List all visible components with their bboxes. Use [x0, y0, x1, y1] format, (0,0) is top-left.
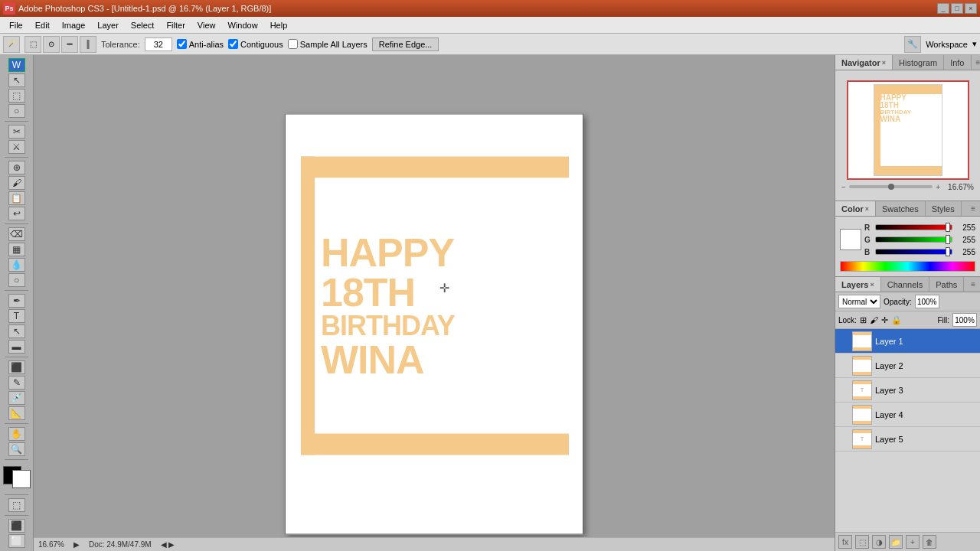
menu-select[interactable]: Select [125, 19, 161, 31]
tab-color[interactable]: Color × [835, 201, 876, 216]
layer-fx-btn[interactable]: fx [838, 535, 852, 549]
ellipse-select-btn[interactable]: ⊙ [43, 36, 60, 53]
menu-file[interactable]: File [3, 19, 29, 31]
zoom-slider[interactable] [849, 185, 933, 188]
r-thumb[interactable] [946, 223, 950, 232]
menu-window[interactable]: Window [222, 19, 264, 31]
layer-1-visibility[interactable] [838, 336, 849, 347]
zoom-thumb[interactable] [888, 184, 894, 190]
layer-4-visibility[interactable] [838, 409, 849, 420]
tab-swatches[interactable]: Swatches [876, 201, 926, 216]
tool-brush[interactable]: 🖌 [8, 176, 25, 190]
tool-slice[interactable]: ⚔ [8, 140, 25, 154]
tab-channels[interactable]: Channels [881, 277, 929, 292]
window-controls[interactable]: _ □ × [937, 3, 977, 14]
menu-view[interactable]: View [191, 19, 222, 31]
layers-panel-menu[interactable]: ≡ [966, 279, 980, 290]
restore-btn[interactable]: □ [951, 3, 963, 14]
color-close[interactable]: × [865, 205, 869, 213]
layer-5-visibility[interactable] [838, 434, 849, 445]
menu-help[interactable]: Help [264, 19, 294, 31]
fill-input[interactable] [952, 313, 977, 327]
close-btn[interactable]: × [965, 3, 977, 14]
zoom-out-icon[interactable]: − [841, 183, 846, 191]
layer-3-visibility[interactable] [838, 385, 849, 396]
tab-layers[interactable]: Layers × [835, 277, 881, 292]
blend-mode-select[interactable]: Normal [838, 295, 880, 308]
tool-annotations[interactable]: ✎ [8, 376, 25, 390]
tool-magic-wand[interactable]: W [8, 58, 25, 72]
tolerance-input[interactable] [145, 37, 172, 51]
lock-image-icon[interactable]: 🖌 [870, 315, 878, 324]
tool-crop[interactable]: ✂ [8, 125, 25, 139]
fg-swatch[interactable] [840, 229, 861, 250]
tool-marquee[interactable]: ⬚ [8, 89, 25, 103]
tab-navigator[interactable]: Navigator × [835, 55, 893, 70]
lock-transparent-icon[interactable]: ⊞ [860, 315, 867, 325]
tool-history-brush[interactable]: ↩ [8, 207, 25, 220]
tool-screen-mode[interactable]: ⬛ [8, 519, 25, 533]
delete-layer-btn[interactable]: 🗑 [923, 535, 936, 549]
tool-gradient[interactable]: ▦ [8, 243, 25, 256]
menu-image[interactable]: Image [56, 19, 92, 31]
layer-group-btn[interactable]: 📁 [889, 535, 903, 549]
layers-close[interactable]: × [870, 281, 874, 289]
tool-stamp[interactable]: 📋 [8, 191, 25, 205]
background-color[interactable] [12, 470, 31, 488]
layer-row-5[interactable]: T Layer 5 [835, 427, 980, 452]
tool-eraser[interactable]: ⌫ [8, 227, 25, 241]
add-mask-btn[interactable]: ⬚ [855, 535, 869, 549]
tool-eyedropper[interactable]: 💉 [8, 391, 25, 405]
menu-layer[interactable]: Layer [91, 19, 125, 31]
g-slider[interactable] [875, 236, 952, 243]
navigator-close[interactable]: × [882, 59, 886, 67]
tool-zoom[interactable]: 🔍 [8, 442, 25, 456]
color-spectrum-bar[interactable] [840, 261, 975, 272]
layer-2-visibility[interactable] [838, 360, 849, 371]
adjustment-layer-btn[interactable]: ◑ [872, 535, 886, 549]
layer-row-2[interactable]: Layer 2 [835, 354, 980, 378]
tab-styles[interactable]: Styles [926, 201, 962, 216]
tool-fullscreen[interactable]: ⬜ [8, 534, 25, 548]
antialias-checkbox[interactable]: Anti-alias [177, 39, 224, 49]
tool-dodge[interactable]: ○ [8, 273, 25, 287]
lock-all-icon[interactable]: 🔒 [891, 315, 902, 325]
menu-edit[interactable]: Edit [29, 19, 56, 31]
tab-histogram[interactable]: Histogram [893, 55, 944, 70]
lock-position-icon[interactable]: ✛ [881, 315, 888, 325]
tool-quick-mask[interactable]: ⬚ [8, 498, 25, 512]
b-slider[interactable] [875, 249, 952, 255]
tool-blur[interactable]: 💧 [8, 258, 25, 272]
tool-3d[interactable]: ⬛ [8, 360, 25, 374]
contiguous-checkbox[interactable]: Contiguous [228, 39, 283, 49]
tool-heal[interactable]: ⊕ [8, 161, 25, 174]
layer-row-1[interactable]: Layer 1 [835, 329, 980, 354]
r-slider[interactable] [875, 224, 952, 230]
sample-all-checkbox[interactable]: Sample All Layers [288, 39, 368, 49]
b-thumb[interactable] [946, 247, 950, 256]
new-layer-btn[interactable]: + [906, 535, 920, 549]
layer-row-3[interactable]: T Layer 3 [835, 378, 980, 403]
tool-preset-btn[interactable]: 🪄 [3, 36, 20, 53]
menu-filter[interactable]: Filter [160, 19, 191, 31]
g-thumb[interactable] [946, 235, 950, 244]
tab-info[interactable]: Info [944, 55, 971, 70]
tool-pen[interactable]: ✒ [8, 294, 25, 308]
tab-paths[interactable]: Paths [929, 277, 964, 292]
single-col-btn[interactable]: ║ [80, 36, 96, 53]
tool-shape[interactable]: ▬ [8, 340, 25, 354]
single-row-btn[interactable]: ═ [61, 36, 78, 53]
color-swatches[interactable] [3, 466, 31, 488]
rect-select-btn[interactable]: ⬚ [24, 36, 41, 53]
tool-measure[interactable]: 📐 [8, 406, 25, 420]
opacity-input[interactable] [915, 295, 939, 308]
tool-move[interactable]: ↖ [8, 73, 25, 87]
canvas-area[interactable]: HAPPY 18TH BIRTHDAY WINA ✛ 16.67% ▶ Doc:… [34, 55, 835, 551]
tool-hand[interactable]: ✋ [8, 427, 25, 441]
minimize-btn[interactable]: _ [937, 3, 949, 14]
tool-type[interactable]: T [8, 309, 25, 323]
color-panel-menu[interactable]: ≡ [966, 203, 980, 214]
refine-edge-btn[interactable]: Refine Edge... [372, 37, 439, 51]
tool-lasso[interactable]: ○ [8, 104, 25, 118]
layer-row-4[interactable]: Layer 4 [835, 403, 980, 427]
